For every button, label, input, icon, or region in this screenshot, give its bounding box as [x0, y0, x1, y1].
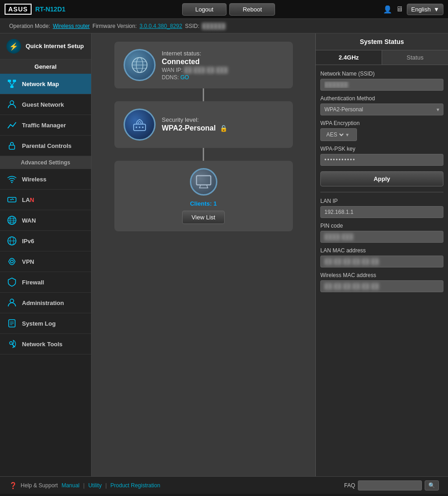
sidebar-item-ipv6[interactable]: IPv6 — [0, 231, 91, 251]
wpa-psk-field[interactable] — [320, 154, 443, 166]
pin-code-value: ████ ███ — [320, 231, 443, 243]
router-icon-circle — [124, 109, 156, 141]
internet-status-value: Connected — [162, 58, 228, 66]
sidebar-item-label: Network Map — [22, 81, 59, 87]
manual-link[interactable]: Manual — [61, 482, 79, 489]
system-log-icon — [6, 318, 17, 329]
sidebar-item-label: IPv6 — [22, 238, 34, 245]
system-status-tabs: 2.4GHz Status — [316, 50, 448, 65]
sidebar-item-administration[interactable]: Administration — [0, 293, 91, 313]
wl-mac-value: ██:██:██:██:██:██ — [320, 280, 443, 292]
sidebar-item-parental-controls[interactable]: Parental Controls — [0, 136, 91, 156]
client-icon-circle — [190, 168, 217, 196]
content-area: Internet status: Connected WAN IP: ██.██… — [92, 33, 448, 476]
sidebar-item-traffic-manager[interactable]: Traffic Manager — [0, 115, 91, 136]
connector-line-1 — [203, 88, 204, 101]
sidebar-item-label: Network Tools — [22, 341, 63, 348]
sidebar-item-label: Guest Network — [22, 101, 64, 108]
internet-card: Internet status: Connected WAN IP: ██.██… — [114, 42, 293, 88]
sidebar-item-label: VPN — [22, 258, 34, 265]
svg-rect-2 — [11, 86, 14, 88]
language-selector[interactable]: English ▼ — [407, 4, 443, 15]
screen-icon[interactable]: 🖥 — [396, 5, 403, 14]
svg-rect-6 — [9, 145, 15, 149]
apply-button[interactable]: Apply — [320, 171, 443, 186]
auth-select-arrow-icon: ▼ — [433, 107, 443, 112]
svg-point-19 — [11, 260, 13, 263]
svg-point-5 — [10, 101, 14, 104]
operation-mode-label: Operation Mode: — [9, 23, 50, 29]
reboot-button[interactable]: Reboot — [229, 3, 275, 16]
ssid-field[interactable] — [320, 79, 443, 91]
ipv6-icon — [6, 235, 17, 246]
user-icon[interactable]: 👤 — [383, 5, 392, 14]
network-map-icon — [6, 78, 17, 89]
svg-point-20 — [10, 299, 14, 303]
client-card: Clients: 1 View List — [114, 161, 293, 231]
wan-ip-line: WAN IP: ██.███.██.███ — [162, 67, 228, 73]
ddns-go-link[interactable]: GO — [180, 74, 189, 81]
sidebar: ⚡ Quick Internet Setup General Network M… — [0, 33, 92, 476]
top-icons: 👤 🖥 — [383, 5, 403, 14]
operation-mode-value[interactable]: Wireless router — [53, 23, 90, 29]
sep-1: | — [83, 482, 85, 489]
internet-card-text: Internet status: Connected WAN IP: ██.██… — [162, 50, 228, 81]
svg-rect-0 — [8, 80, 11, 82]
lan-ip-value: 192.168.1.1 — [320, 206, 443, 218]
product-registration-link[interactable]: Product Registration — [110, 482, 160, 489]
sidebar-item-network-tools[interactable]: Network Tools — [0, 334, 91, 354]
svg-line-26 — [12, 344, 16, 348]
sidebar-item-system-log[interactable]: System Log — [0, 313, 91, 334]
model-name: RT-N12D1 — [35, 5, 65, 13]
help-question-icon: ❓ — [9, 482, 17, 489]
sidebar-item-vpn[interactable]: VPN — [0, 251, 91, 272]
vpn-icon — [6, 256, 17, 267]
clients-number: 1 — [214, 200, 217, 207]
internet-status-label: Internet status: — [162, 50, 228, 57]
wpa-enc-label: WPA Encryption — [320, 120, 443, 126]
svg-point-25 — [10, 342, 12, 344]
network-tools-icon — [6, 338, 17, 349]
sidebar-item-wireless[interactable]: Wireless — [0, 169, 91, 190]
footer-right: FAQ 🔍 — [344, 480, 439, 491]
lan-mac-label: LAN MAC address — [320, 247, 443, 254]
auth-method-label: Authentication Method — [320, 95, 443, 102]
wireless-icon — [6, 174, 17, 185]
footer-left: ❓ Help & Support Manual | Utility | Prod… — [9, 482, 160, 489]
wpa-enc-select[interactable]: AES — [324, 131, 345, 138]
sidebar-item-label: System Log — [22, 320, 56, 327]
firmware-label: Firmware Version: — [92, 23, 137, 29]
faq-label: FAQ — [344, 482, 355, 489]
logout-button[interactable]: Logout — [182, 3, 227, 16]
security-level-label: Security level: — [162, 116, 227, 123]
svg-line-10 — [12, 199, 14, 200]
sidebar-item-network-map[interactable]: Network Map — [0, 74, 91, 94]
auth-method-select[interactable]: WPA2-Personal — [321, 104, 433, 115]
faq-search-input[interactable] — [358, 480, 422, 491]
quick-internet-setup[interactable]: ⚡ Quick Internet Setup — [0, 33, 91, 60]
clients-count-label: Clients: 1 — [190, 200, 217, 207]
security-level-value: WPA2-Personal 🔒 — [162, 124, 227, 132]
chevron-down-icon: ▼ — [433, 6, 439, 13]
sidebar-item-label: Firewall — [22, 279, 44, 286]
wpa-psk-label: WPA-PSK key — [320, 146, 443, 152]
general-section-title: General — [0, 60, 91, 74]
language-label: English — [411, 6, 431, 13]
sidebar-item-wan[interactable]: WAN — [0, 210, 91, 231]
footer: ❓ Help & Support Manual | Utility | Prod… — [0, 476, 448, 494]
router-card-text: Security level: WPA2-Personal 🔒 — [162, 116, 227, 133]
network-map-panel: Internet status: Connected WAN IP: ██.██… — [92, 33, 315, 476]
content-inner: Internet status: Connected WAN IP: ██.██… — [92, 33, 448, 476]
sidebar-item-lan[interactable]: LAN — [0, 190, 91, 210]
utility-link[interactable]: Utility — [88, 482, 102, 489]
tab-status[interactable]: Status — [382, 50, 448, 65]
client-card-inner: Clients: 1 View List — [124, 168, 284, 224]
sidebar-item-label: Administration — [22, 300, 64, 306]
lock-icon: 🔒 — [220, 125, 227, 132]
view-list-button[interactable]: View List — [182, 211, 225, 224]
firmware-version[interactable]: 3.0.0.4.380_8292 — [140, 23, 182, 29]
sidebar-item-firewall[interactable]: Firewall — [0, 272, 91, 293]
tab-24ghz[interactable]: 2.4GHz — [316, 50, 382, 65]
faq-search-button[interactable]: 🔍 — [425, 480, 439, 491]
sidebar-item-guest-network[interactable]: Guest Network — [0, 94, 91, 115]
